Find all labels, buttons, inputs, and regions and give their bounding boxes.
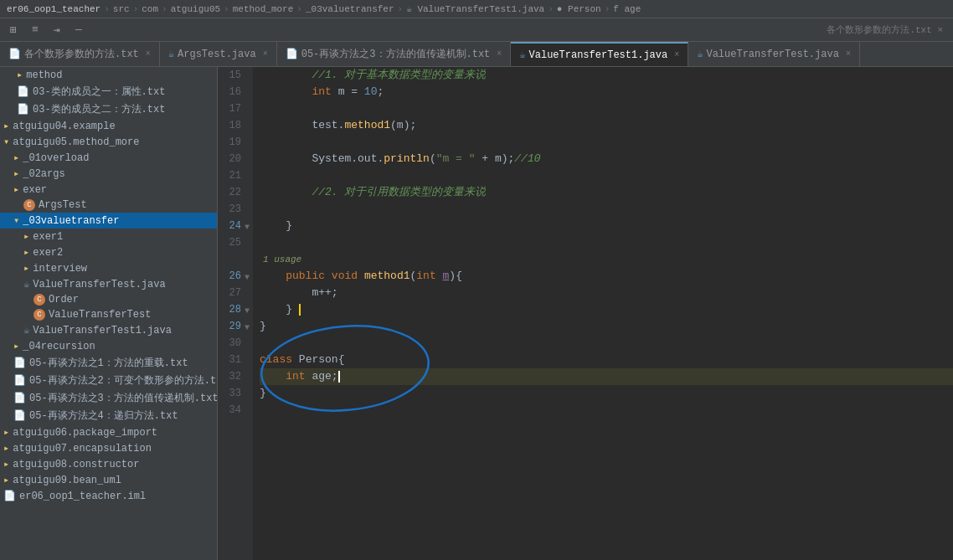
- code-line-15: //1. 对于基本数据类型的变量来说: [260, 67, 953, 84]
- file-icon: 📄: [13, 392, 26, 404]
- code-line-34: [260, 402, 953, 419]
- sidebar-item-method2-txt[interactable]: 📄 05-再谈方法之2：可变个数形参的方法.txt: [0, 372, 217, 389]
- sidebar-item-argstest-class[interactable]: C ArgsTest: [0, 198, 217, 213]
- sidebar-item-iml[interactable]: 📄 er06_oop1_teacher.iml: [0, 488, 217, 504]
- sidebar-label: er06_oop1_teacher.iml: [19, 491, 146, 502]
- sidebar-item-valuetransfertest-java[interactable]: ☕ ValueTransferTest.java: [0, 276, 217, 292]
- code-line-27: m++;: [260, 285, 953, 301]
- usage-hint-line: 1 usage: [260, 251, 953, 268]
- fold-btn-29[interactable]: ▼: [245, 320, 250, 337]
- sidebar-item-exer1[interactable]: ▸ exer1: [0, 229, 217, 244]
- folder-icon: ▸: [13, 340, 19, 352]
- sidebar-label: 05-再谈方法之3：方法的值传递机制.txt: [29, 391, 218, 405]
- tab-close[interactable]: ×: [846, 49, 851, 59]
- sidebar-label: 05-再谈方法之1：方法的重载.txt: [29, 356, 188, 370]
- sidebar-item-interview[interactable]: ▸ interview: [0, 260, 217, 276]
- sidebar-item-attr-txt[interactable]: 📄 03-类的成员之一：属性.txt: [0, 83, 217, 100]
- ln-15: 15: [218, 67, 246, 84]
- tab-method3-txt[interactable]: 📄 05-再谈方法之3：方法的值传递机制.txt ×: [277, 42, 512, 66]
- sidebar-item-atguigu04[interactable]: ▸ atguigu04.example: [0, 118, 217, 134]
- tab-icon: 📄: [8, 48, 21, 60]
- folder-icon: ▸: [3, 120, 9, 132]
- sidebar-item-order-class[interactable]: C Order: [0, 292, 217, 307]
- text-cursor: [338, 371, 340, 383]
- sidebar-label: method: [26, 69, 62, 81]
- sidebar-item-atguigu06[interactable]: ▸ atguigu06.package_import: [0, 424, 217, 440]
- cursor-indicator: [299, 304, 301, 316]
- tab-close[interactable]: ×: [146, 49, 151, 59]
- fold-btn-26[interactable]: ▼: [245, 270, 250, 286]
- tool-indent[interactable]: ⇥: [47, 20, 67, 40]
- tool-dash[interactable]: —: [69, 20, 89, 40]
- sidebar-item-method4-txt[interactable]: 📄 05-再谈方法之4：递归方法.txt: [0, 407, 217, 424]
- file-icon: 📄: [3, 490, 16, 502]
- path-person: ● Person: [557, 4, 601, 14]
- path-pkg: atguigu05: [171, 4, 220, 14]
- tab-label: 05-再谈方法之3：方法的值传递机制.txt: [301, 47, 491, 61]
- code-line-17: [260, 100, 953, 117]
- tab-close[interactable]: ×: [497, 49, 502, 59]
- sidebar-item-method3-txt[interactable]: 📄 05-再谈方法之3：方法的值传递机制.txt: [0, 389, 217, 407]
- ln-27: 27: [218, 285, 246, 301]
- folder-icon: ▸: [3, 458, 9, 470]
- ln-33: 33: [218, 385, 246, 402]
- sidebar-item-04recursion[interactable]: ▸ _04recursion: [0, 338, 217, 354]
- code-content[interactable]: //1. 对于基本数据类型的变量来说 int m = 10; test.meth…: [253, 67, 953, 560]
- sidebar-item-exer2[interactable]: ▸ exer2: [0, 244, 217, 260]
- sidebar-item-method[interactable]: ▸ method: [0, 67, 217, 83]
- ln-20: 20: [218, 151, 246, 167]
- tab-close[interactable]: ×: [263, 49, 268, 59]
- code-line-20: System.out.println("m = " + m);//10: [260, 151, 953, 167]
- sidebar-item-method-txt[interactable]: 📄 03-类的成员之二：方法.txt: [0, 100, 217, 118]
- sidebar-item-atguigu07[interactable]: ▸ atguigu07.encapsulation: [0, 440, 217, 456]
- tab-valuetransfertest1[interactable]: ☕ ValueTransferTest1.java ×: [511, 42, 688, 66]
- folder-icon: ▸: [3, 474, 9, 486]
- sidebar-label: atguigu04.example: [13, 121, 115, 132]
- folder-icon: ▸: [3, 442, 9, 455]
- path-file: ☕ ValueTransferTest1.java: [406, 3, 544, 14]
- sidebar-label: atguigu05.method_more: [13, 136, 139, 148]
- sidebar-label: 03-类的成员之二：方法.txt: [33, 102, 165, 116]
- ln-28: 28: [218, 301, 246, 318]
- tab-valuetransfertest[interactable]: ☕ ValueTransferTest.java ×: [688, 42, 860, 66]
- tab-label: ArgsTest.java: [178, 49, 256, 60]
- code-editor[interactable]: 15 16 17 18 19 20 21 22 23 24 25 26 27 2…: [218, 67, 953, 560]
- project-name: er06_oop1_teacher: [7, 4, 100, 14]
- sidebar-item-method1-txt[interactable]: 📄 05-再谈方法之1：方法的重载.txt: [0, 354, 217, 372]
- sidebar-item-atguigu09[interactable]: ▸ atguigu09.bean_uml: [0, 472, 217, 488]
- ln-26: 26: [218, 268, 246, 285]
- sidebar-label: atguigu09.bean_uml: [13, 475, 121, 486]
- ln-32: 32: [218, 368, 246, 385]
- sidebar-label: ValueTransferTest: [49, 309, 151, 321]
- fold-btn-24[interactable]: ▼: [245, 219, 250, 236]
- path-method: method_more: [233, 4, 294, 14]
- tab-label: ValueTransferTest1.java: [529, 49, 668, 61]
- code-line-19: [260, 134, 953, 151]
- code-line-26: ▼ public void method1(int m){: [260, 268, 953, 285]
- folder-icon: ▸: [23, 246, 29, 259]
- tool-align[interactable]: ≡: [25, 20, 45, 40]
- sidebar-item-valuetransfertest-class[interactable]: C ValueTransferTest: [0, 307, 217, 322]
- tool-structure[interactable]: ⊞: [3, 20, 23, 40]
- file-icon: ☕: [23, 278, 29, 290]
- code-line-23: [260, 201, 953, 218]
- code-scroll[interactable]: 15 16 17 18 19 20 21 22 23 24 25 26 27 2…: [218, 67, 953, 560]
- sidebar-item-02args[interactable]: ▸ _02args: [0, 166, 217, 182]
- class-icon: C: [23, 199, 35, 211]
- ln-16: 16: [218, 84, 246, 100]
- tab-args-txt[interactable]: 📄 各个数形参数的方法.txt ×: [0, 42, 160, 66]
- sidebar-item-exer[interactable]: ▸ exer: [0, 182, 217, 198]
- tab-argstest[interactable]: ☕ ArgsTest.java ×: [160, 42, 277, 66]
- file-icon: 📄: [13, 374, 26, 387]
- tab-icon: ☕: [168, 48, 174, 60]
- sidebar-item-atguigu05[interactable]: ▾ atguigu05.method_more: [0, 134, 217, 150]
- tab-close[interactable]: ×: [674, 50, 679, 59]
- sidebar-item-valuetransfertest1-java[interactable]: ☕ ValueTransferTest1.java: [0, 322, 217, 338]
- ln-30: 30: [218, 335, 246, 352]
- sidebar-label: exer2: [33, 247, 63, 259]
- sidebar-item-atguigu08[interactable]: ▸ atguigu08.constructor: [0, 456, 217, 472]
- sidebar-item-03valuetransfer[interactable]: ▾ _03valuetransfer: [0, 213, 217, 229]
- sidebar-item-01overload[interactable]: ▸ _01overload: [0, 150, 217, 166]
- fold-btn-28[interactable]: ▼: [245, 303, 250, 320]
- tab-icon: ☕: [697, 48, 703, 60]
